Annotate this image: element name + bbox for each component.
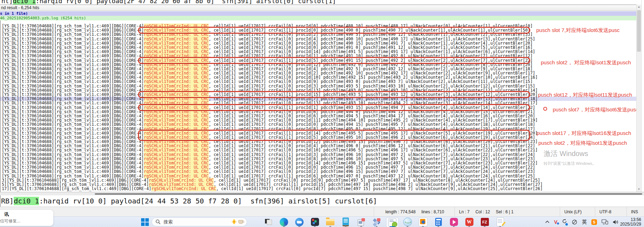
watermark-line1: 激活 Windows bbox=[544, 149, 596, 158]
annotation-bullet bbox=[543, 107, 547, 111]
find-result-panel-title[interactable]: nd result - 6,254 hits bbox=[0, 5, 644, 11]
annotation-text: pusch slot2， 对应终端lsot1发送pusch bbox=[541, 59, 631, 66]
search-icon bbox=[155, 219, 161, 225]
status-typing-mode[interactable]: INS bbox=[626, 207, 644, 216]
volume-icon[interactable] bbox=[613, 220, 619, 225]
file-explorer-icon[interactable] bbox=[324, 217, 336, 227]
desktop-screen: nt]dci0 1:harqid rv[0 0] payload[2F 47 8… bbox=[0, 0, 644, 227]
taskbar-search-box[interactable]: 搜索 bbox=[152, 218, 247, 226]
editor-line-text: RB]dci0 1:harqid rv[10 0] payload[24 44 … bbox=[0, 196, 644, 206]
windows-activation-watermark: 激活 Windows 转到"设置"以激活 Windows。 bbox=[544, 149, 596, 166]
globe-sync-icon[interactable] bbox=[401, 217, 413, 227]
scroll-up-arrow-icon[interactable]: ▲ bbox=[637, 5, 641, 9]
tray-sync-icon[interactable] bbox=[562, 219, 567, 225]
log-rows: [YS_DL][t:3706104688][rg_sch_tom_lvl1.c:… bbox=[0, 20, 636, 191]
editor-line-text: nt]dci0 1:harqid rv[0 0] payload[2F 47 8… bbox=[0, 0, 644, 5]
start-button[interactable] bbox=[139, 217, 151, 227]
annotation-text: pusch slot12，对应终端lsot11发送pusch bbox=[538, 92, 632, 98]
tray-v-app-icon[interactable]: V bbox=[554, 219, 557, 225]
taskbar-clock[interactable]: 13:56 2025/10/29 bbox=[620, 217, 641, 227]
scroll-down-arrow-icon[interactable]: ▼ bbox=[637, 187, 641, 192]
annotation-text: pusch slot 7,对应终端slot6发送pusc bbox=[536, 27, 620, 34]
line-rest: :harqid rv[0 0] payload[2F 47 82 20 60 a… bbox=[36, 0, 336, 5]
search-match: rgSCHLvl1TomCrcInd: UL CRC bbox=[151, 186, 216, 191]
blue-bird-browser-icon[interactable] bbox=[293, 217, 305, 227]
status-eol-format[interactable]: Unix (LF) bbox=[560, 207, 595, 216]
status-bar: e length : 774,548 lines : 8,710 Ln : 7 … bbox=[0, 207, 644, 216]
vmware-icon[interactable] bbox=[417, 217, 429, 227]
sogou-tray-icon[interactable]: S bbox=[591, 219, 597, 225]
toast-line1: 讯 bbox=[0, 211, 51, 218]
annotation-text: pusch slot2，对应终端lsot1发送pusch bbox=[538, 140, 627, 147]
scrollbar-thumb[interactable] bbox=[637, 10, 641, 52]
line-prefix: nt] bbox=[1, 0, 13, 5]
annotation-text: pusch slot7，对应终端lsot6发送pusch bbox=[543, 106, 636, 113]
status-doc-type: e bbox=[0, 209, 374, 214]
line-rest: :harqid rv[10 0] payload[24 44 53 28 50 … bbox=[39, 197, 377, 205]
log-row[interactable]: 17][YS_DL][t:3706104688][rg_sch_tom_lvl1… bbox=[0, 187, 636, 191]
line-prefix: RB] bbox=[1, 197, 14, 205]
search-match-highlight: dci0 1 bbox=[14, 197, 39, 205]
doc-badge-icon[interactable] bbox=[355, 217, 367, 227]
search-match-highlight: dci0 1 bbox=[13, 0, 36, 5]
editor-top-clipped-line: nt]dci0 1:harqid rv[0 0] payload[2F 47 8… bbox=[0, 0, 644, 5]
taskbar: WFZ 搜索 V 英 S 13:56 2025/10/29 bbox=[0, 216, 644, 227]
editor-current-line[interactable]: RB]dci0 1:harqid rv[10 0] payload[24 44 … bbox=[0, 195, 644, 207]
horizontal-scrollbar-thumb[interactable] bbox=[95, 193, 642, 195]
desktop-peek-icon[interactable] bbox=[263, 217, 274, 227]
tray-devices-icon[interactable] bbox=[602, 219, 608, 225]
terminal-icon[interactable] bbox=[309, 217, 321, 227]
ime-language-indicator[interactable]: 英 bbox=[582, 219, 587, 225]
watermark-line2: 转到"设置"以激活 Windows。 bbox=[544, 161, 596, 166]
tray-eye-off-icon[interactable] bbox=[572, 219, 577, 225]
find-result-summary-line[interactable]: s in 1 file) bbox=[0, 11, 636, 16]
system-tray: V 英 S bbox=[545, 217, 619, 227]
annotation-text: pusch slot17，对应终端lsot16发送pusch bbox=[537, 130, 631, 137]
sticky-notes-icon[interactable] bbox=[494, 217, 506, 227]
status-encoding[interactable]: UTF-8 bbox=[595, 207, 626, 216]
notification-toast[interactable]: 讯 信可修复... bbox=[0, 210, 53, 226]
calculator-icon[interactable] bbox=[432, 217, 444, 227]
find-result-file-line[interactable]: 46_20251029054003.yzb.log (6254 hits) bbox=[0, 16, 636, 20]
clock-date: 2025/10/29 bbox=[620, 222, 641, 227]
notepadpp-icon[interactable] bbox=[386, 217, 399, 227]
tray-expand-chevron-icon[interactable] bbox=[545, 220, 550, 223]
search-placeholder: 搜索 bbox=[164, 219, 232, 225]
find-result-log-area: [YS_DL][t:3706104688][rg_sch_tom_lvl1.c:… bbox=[0, 20, 636, 192]
status-length-lines: length : 774,548 lines : 8,710 bbox=[374, 207, 454, 216]
vertical-scrollbar[interactable]: ▲ ▼ bbox=[636, 5, 641, 192]
window-right-edge bbox=[641, 0, 644, 195]
coffee-cup-icon bbox=[238, 220, 243, 224]
blue-document-icon[interactable] bbox=[340, 217, 352, 227]
edge-icon[interactable] bbox=[278, 217, 290, 227]
status-cursor-position: Ln : 7 Col : 12 Sel : 6 | 1 bbox=[454, 207, 560, 216]
filezilla-icon[interactable]: FZ bbox=[479, 217, 491, 227]
toast-line2: 信可修复... bbox=[0, 218, 51, 224]
weather-flower-icon bbox=[232, 219, 237, 225]
clock-time: 13:56 bbox=[631, 218, 641, 222]
wps-icon[interactable]: W bbox=[463, 217, 475, 227]
pinwheel-badge-icon[interactable] bbox=[371, 217, 383, 227]
media-pink-icon[interactable] bbox=[448, 217, 460, 227]
